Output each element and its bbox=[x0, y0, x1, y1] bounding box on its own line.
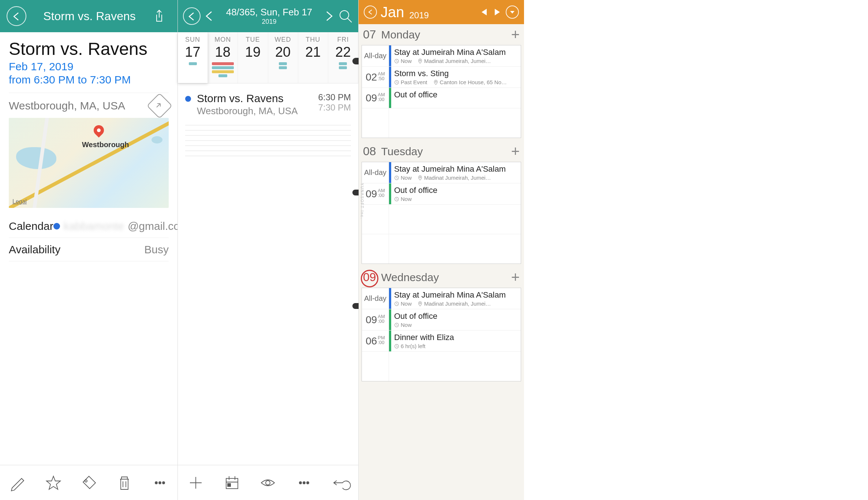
event-time: from 6:30 PM to 7:30 PM bbox=[9, 74, 169, 86]
agenda-event-title: Out of office bbox=[394, 311, 518, 321]
calendar-icon[interactable] bbox=[224, 475, 240, 491]
agenda-time: 09 AM:00 bbox=[362, 88, 389, 108]
map-preview[interactable]: Westborough Legal bbox=[9, 118, 169, 208]
agenda-time: 06 PM:00 bbox=[362, 331, 389, 351]
agenda-day-name: Monday bbox=[381, 29, 420, 41]
agenda-event-title: Stay at Jumeirah Mina A'Salam bbox=[394, 48, 518, 57]
hour-divider bbox=[185, 140, 351, 141]
calendar-row[interactable]: Calendar kabbamonte @gmail.com bbox=[9, 214, 169, 238]
event-name: Storm vs. Ravens bbox=[197, 92, 313, 105]
hour-divider bbox=[185, 135, 351, 136]
next-week-button[interactable] bbox=[323, 10, 335, 22]
day-number: 18 bbox=[208, 44, 237, 60]
watermark: YUNASOFT Inc. bbox=[360, 183, 364, 219]
svg-point-2 bbox=[162, 482, 165, 484]
day-of-week: THU bbox=[298, 36, 328, 44]
calendar-color-dot-icon bbox=[53, 223, 60, 230]
hour-divider bbox=[185, 130, 351, 131]
availability-row[interactable]: Availability Busy bbox=[9, 238, 169, 261]
search-icon[interactable] bbox=[338, 8, 353, 24]
agenda-event-row[interactable]: 09 AM:00 Out of officeNow bbox=[362, 183, 521, 205]
day-cell[interactable]: SUN 17 bbox=[178, 32, 208, 83]
back-button[interactable] bbox=[7, 6, 26, 26]
agenda-day-box: All-day Stay at Jumeirah Mina A'SalamNow… bbox=[362, 288, 521, 381]
map-city-label: Westborough bbox=[82, 141, 129, 149]
agenda-meta-location: Madinat Jumeirah, Jumei… bbox=[418, 175, 491, 181]
day-number: 20 bbox=[268, 44, 298, 60]
day-number: 17 bbox=[178, 44, 207, 60]
event-date: Feb 17, 2019 bbox=[9, 60, 169, 73]
agenda-event-row[interactable]: 09 AM:00 Out of office bbox=[362, 88, 521, 108]
day-cell[interactable]: TUE 19 bbox=[238, 32, 268, 83]
back-button[interactable] bbox=[183, 7, 201, 25]
agenda-time: 02 AM:50 bbox=[362, 67, 389, 87]
map-legal-link[interactable]: Legal bbox=[12, 198, 27, 205]
add-event-button[interactable]: + bbox=[511, 143, 520, 160]
svg-point-11 bbox=[419, 60, 421, 61]
svg-rect-5 bbox=[228, 484, 231, 486]
more-icon[interactable] bbox=[152, 475, 168, 491]
day-cell[interactable]: THU 21 bbox=[298, 32, 328, 83]
agenda-event-row[interactable]: 02 AM:50 Storm vs. StingPast EventCanton… bbox=[362, 67, 521, 88]
agenda-empty-row bbox=[362, 234, 521, 264]
edit-icon[interactable] bbox=[10, 475, 26, 491]
agenda-meta-time: Now bbox=[394, 58, 412, 64]
back-button[interactable] bbox=[364, 5, 377, 19]
star-icon[interactable] bbox=[45, 475, 61, 491]
event-color-dot-icon bbox=[185, 96, 191, 102]
svg-point-18 bbox=[419, 302, 421, 304]
tag-icon[interactable] bbox=[81, 475, 97, 491]
agenda-day-number: 08 bbox=[363, 145, 376, 158]
day-of-week: FRI bbox=[328, 36, 358, 44]
agenda-event-title: Dinner with Eliza bbox=[394, 333, 518, 342]
week-list-panel: 48/365, Sun, Feb 17 2019 SUN 17 MON 18 T… bbox=[178, 0, 359, 500]
agenda-time-allday: All-day bbox=[362, 162, 389, 183]
day-number: 19 bbox=[238, 44, 267, 60]
day-number: 22 bbox=[328, 44, 358, 60]
day-cell[interactable]: FRI 22 bbox=[328, 32, 358, 83]
share-button[interactable] bbox=[153, 7, 171, 25]
agenda-meta-time: Now bbox=[394, 322, 412, 328]
day-of-week: MON bbox=[208, 36, 237, 44]
week-header-title[interactable]: 48/365, Sun, Feb 17 2019 bbox=[218, 7, 320, 26]
event-toolbar bbox=[0, 465, 177, 500]
agenda-day-number: 07 bbox=[363, 28, 376, 41]
agenda-event-row[interactable]: All-day Stay at Jumeirah Mina A'SalamNow… bbox=[362, 288, 521, 309]
year-label: 2019 bbox=[409, 10, 429, 20]
agenda-event-title: Storm vs. Sting bbox=[394, 69, 518, 78]
event-detail-header: Storm vs. Ravens bbox=[0, 0, 177, 32]
calendar-account-blurred: kabbamonte bbox=[64, 220, 124, 232]
add-event-button[interactable]: + bbox=[511, 26, 520, 43]
event-row[interactable]: Storm vs. Ravens Westborough, MA, USA 6:… bbox=[178, 89, 358, 120]
add-event-button[interactable]: + bbox=[511, 269, 520, 286]
trash-icon[interactable] bbox=[116, 475, 132, 491]
agenda-event-row[interactable]: 06 PM:00 Dinner with Eliza6 hr(s) left bbox=[362, 331, 521, 352]
prev-month-button[interactable] bbox=[479, 7, 489, 17]
agenda-empty-row bbox=[362, 205, 521, 234]
add-icon[interactable] bbox=[188, 475, 204, 491]
agenda-event-row[interactable]: All-day Stay at Jumeirah Mina A'SalamNow… bbox=[362, 162, 521, 183]
agenda-meta-time: Past Event bbox=[394, 79, 427, 85]
day-cell[interactable]: MON 18 bbox=[208, 32, 238, 83]
agenda-event-title: Stay at Jumeirah Mina A'Salam bbox=[394, 290, 518, 300]
more-icon[interactable] bbox=[296, 475, 312, 491]
week-header-line1: 48/365, Sun, Feb 17 bbox=[218, 7, 320, 18]
next-month-button[interactable] bbox=[493, 7, 502, 17]
agenda-meta-time: Now bbox=[394, 301, 412, 307]
eye-icon[interactable] bbox=[260, 475, 276, 491]
back-arrow-icon bbox=[367, 9, 374, 15]
month-label[interactable]: Jan bbox=[381, 4, 404, 20]
agenda-event-row[interactable]: 09 AM:00 Out of officeNow bbox=[362, 309, 521, 331]
day-of-week: WED bbox=[268, 36, 298, 44]
agenda-event-row[interactable]: All-day Stay at Jumeirah Mina A'SalamNow… bbox=[362, 45, 521, 67]
prev-week-button[interactable] bbox=[203, 10, 215, 22]
week-header-line2: 2019 bbox=[218, 18, 320, 26]
day-cell[interactable]: WED 20 bbox=[268, 32, 298, 83]
dropdown-button[interactable] bbox=[506, 5, 519, 19]
header-title: Storm vs. Ravens bbox=[33, 10, 146, 23]
agenda-day-box: All-day Stay at Jumeirah Mina A'SalamNow… bbox=[362, 45, 521, 138]
directions-button[interactable] bbox=[147, 93, 173, 119]
location-row: Westborough, MA, USA bbox=[9, 93, 169, 118]
event-detail-panel: Storm vs. Ravens Storm vs. Ravens Feb 17… bbox=[0, 0, 178, 500]
undo-icon[interactable] bbox=[332, 475, 348, 491]
